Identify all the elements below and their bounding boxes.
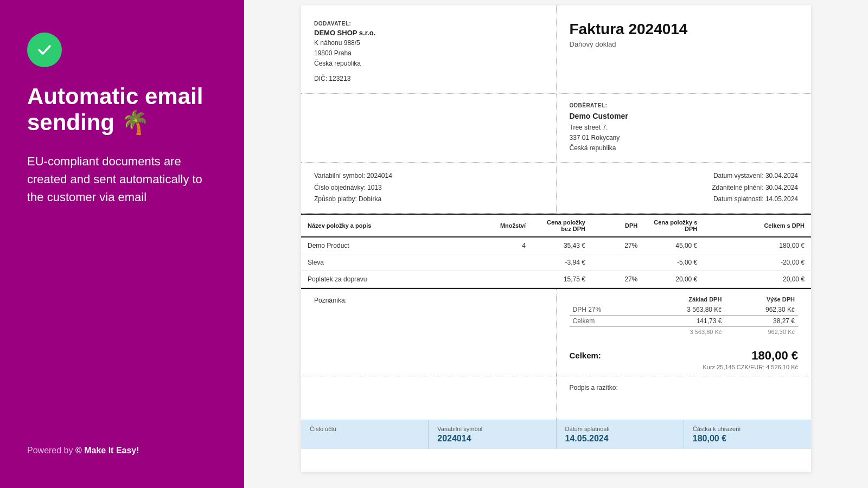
footer-cell-label: Variabilní symbol	[437, 426, 547, 432]
invoice-rows: Demo Product 4 35,43 € 27% 45,00 € 180,0…	[301, 237, 811, 288]
footer-cell: Částka k uhrazení 180,00 €	[684, 420, 811, 449]
sub-text: EU-compliant documents are created and s…	[27, 152, 217, 206]
row-dph: 27%	[592, 237, 644, 254]
order-info: Variabilní symbol: 2024014 Číslo objedná…	[301, 163, 557, 213]
grand-total-value: 180,00 €	[751, 349, 798, 363]
summary-row-vyse: 962,30 Kč	[725, 304, 798, 316]
variabilni-symbol: Variabilní symbol: 2024014	[314, 170, 543, 182]
footer-cell-label: Částka k uhrazení	[693, 426, 802, 432]
footer-cell-value: 180,00 €	[693, 434, 802, 444]
right-panel: DODAVATEL: DEMO SHOP s.r.o. K náhonu 988…	[244, 0, 868, 488]
col-cena-bez-dph: Cena položky bez DPH	[532, 214, 592, 237]
invoice-top-row: DODAVATEL: DEMO SHOP s.r.o. K náhonu 988…	[301, 5, 811, 94]
footer-cell-label: Datum splatnosti	[565, 426, 675, 432]
col-name: Název položky a popis	[301, 214, 455, 237]
table-header: Název položky a popis Množství Cena polo…	[301, 214, 811, 237]
summary-celkem-kc1: 3 563,80 Kč	[641, 326, 725, 337]
row-celkem-s-dph: 180,00 €	[704, 237, 811, 254]
row-mnozstvi: 4	[455, 237, 532, 254]
kurz-value: 4 526,10 Kč	[766, 364, 798, 370]
summary-celkem-val2: 38,27 €	[725, 315, 798, 326]
summary-table: Základ DPH Výše DPH DPH 27% 3 563,80 Kč …	[570, 294, 799, 337]
invoice-footer: Číslo účtu Variabilní symbol 2024014 Dat…	[301, 420, 811, 449]
meta-bottom-row: Variabilní symbol: 2024014 Číslo objedná…	[301, 163, 811, 214]
meta-left-empty	[301, 94, 557, 163]
row-mnozstvi	[455, 271, 532, 287]
note-label: Poznámka:	[314, 297, 347, 304]
row-dph: 27%	[592, 271, 644, 287]
col-celkem-s-dph: Celkem s DPH	[704, 214, 811, 237]
datum-plneni: Zdanitelné plnění: 30.04.2024	[570, 182, 799, 194]
customer-name: Demo Customer	[570, 112, 799, 120]
row-celkem-s-dph: -20,00 €	[704, 254, 811, 271]
summary-celkem-kc2: 962,30 Kč	[725, 326, 798, 337]
table-row: Demo Product 4 35,43 € 27% 45,00 € 180,0…	[301, 237, 811, 254]
footer-cell-label: Číslo účtu	[310, 426, 419, 432]
check-circle-icon	[27, 33, 62, 67]
row-celkem-s-dph: 20,00 €	[704, 271, 811, 287]
row-cena-s-dph: 20,00 €	[644, 271, 704, 287]
datum-splatnosti: Datum splatnosti: 14.05.2024	[570, 194, 799, 206]
supplier-name: DEMO SHOP s.r.o.	[314, 29, 543, 37]
powered-by: Powered by © Make It Easy!	[27, 446, 217, 455]
kurz-row: Kurz 25,145 CZK/EUR: 4 526,10 Kč	[570, 364, 799, 370]
row-cena-bez-dph: 15,75 €	[532, 271, 592, 287]
supplier-section: DODAVATEL: DEMO SHOP s.r.o. K náhonu 988…	[301, 5, 557, 93]
row-name: Demo Product	[301, 237, 455, 254]
invoice-subtitle: Daňový doklad	[570, 40, 799, 48]
summary-row-zaklad: 3 563,80 Kč	[641, 304, 725, 316]
kurz-label: Kurz 25,145 CZK/EUR:	[703, 364, 765, 370]
customer-section: ODBĚRATEL: Demo Customer Tree street 7. …	[557, 94, 812, 163]
supplier-label: DODAVATEL:	[314, 21, 543, 27]
row-dph	[592, 254, 644, 271]
summary-rows: DPH 27% 3 563,80 Kč 962,30 Kč	[570, 304, 799, 316]
summary-header-zaklad: Základ DPH	[641, 294, 725, 304]
footer-cell-value: 14.05.2024	[565, 434, 675, 444]
summary-footer: Celkem 141,73 € 38,27 € 3 563,80 Kč 962,…	[570, 315, 799, 337]
summary-row: DPH 27% 3 563,80 Kč 962,30 Kč	[570, 304, 799, 316]
summary-row-label: DPH 27%	[570, 304, 641, 316]
supplier-address: K náhonu 988/5 19800 Praha Česká republi…	[314, 38, 543, 69]
invoice-dates: Datum vystavení: 30.04.2024 Zdanitelné p…	[557, 163, 812, 213]
row-mnozstvi	[455, 254, 532, 271]
summary-empty-label	[570, 294, 641, 304]
footer-cell: Číslo účtu	[301, 420, 429, 449]
invoice-bottom: Poznámka: Základ DPH Výše DPH DPH 27% 3 …	[301, 288, 811, 376]
col-mnozstvi: Množství	[455, 214, 532, 237]
invoice-document: DODAVATEL: DEMO SHOP s.r.o. K náhonu 988…	[301, 5, 811, 472]
customer-row: ODBĚRATEL: Demo Customer Tree street 7. …	[301, 94, 811, 163]
invoice-summary: Základ DPH Výše DPH DPH 27% 3 563,80 Kč …	[557, 289, 812, 376]
row-cena-bez-dph: 35,43 €	[532, 237, 592, 254]
datum-vystaveni: Datum vystavení: 30.04.2024	[570, 170, 799, 182]
grand-total-label: Celkem:	[570, 351, 601, 360]
footer-cell: Datum splatnosti 14.05.2024	[557, 420, 684, 449]
grand-total-row: Celkem: 180,00 €	[570, 344, 799, 363]
row-name: Sleva	[301, 254, 455, 271]
footer-cell: Variabilní symbol 2024014	[429, 420, 556, 449]
left-panel: Automatic email sending 🌴 EU-compliant d…	[0, 0, 244, 488]
signature-right: Podpis a razítko:	[557, 376, 812, 420]
invoice-table: Název položky a popis Množství Cena polo…	[301, 214, 811, 288]
table-row: Poplatek za dopravu 15,75 € 27% 20,00 € …	[301, 271, 811, 287]
customer-address: Tree street 7. 337 01 Rokycany Česká rep…	[570, 123, 799, 154]
summary-celkem-label: Celkem	[570, 315, 641, 326]
signature-label: Podpis a razítko:	[570, 384, 799, 391]
col-dph: DPH	[592, 214, 644, 237]
table-row: Sleva -3,94 € -5,00 € -20,00 €	[301, 254, 811, 271]
signature-left-empty	[301, 376, 557, 420]
row-cena-s-dph: -5,00 €	[644, 254, 704, 271]
col-cena-s-dph: Cena položky s DPH	[644, 214, 704, 237]
summary-header-vyse: Výše DPH	[725, 294, 798, 304]
row-name: Poplatek za dopravu	[301, 271, 455, 287]
customer-label: ODBĚRATEL:	[570, 102, 799, 108]
cislo-objednavky: Číslo objednávky: 1013	[314, 182, 543, 194]
invoice-note: Poznámka:	[301, 289, 557, 376]
footer-cell-value: 2024014	[437, 434, 547, 444]
invoice-title-area: Faktura 2024014 Daňový doklad	[557, 5, 812, 93]
row-cena-s-dph: 45,00 €	[644, 237, 704, 254]
signature-row: Podpis a razítko:	[301, 376, 811, 420]
main-heading: Automatic email sending 🌴	[27, 84, 217, 136]
row-cena-bez-dph: -3,94 €	[532, 254, 592, 271]
summary-celkem-val1: 141,73 €	[641, 315, 725, 326]
invoice-title: Faktura 2024014	[570, 21, 799, 38]
